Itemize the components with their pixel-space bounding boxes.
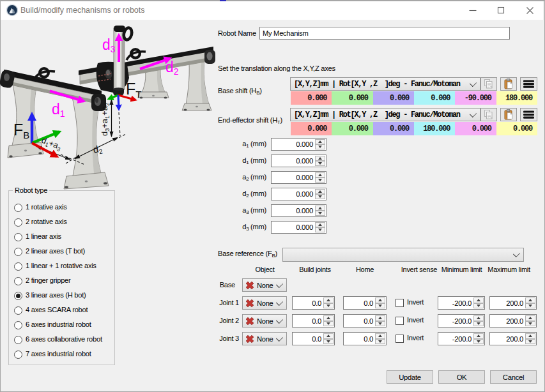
svg-text:d2: d2 [92, 142, 104, 156]
svg-text:d3+a1+a2: d3+a1+a2 [100, 103, 111, 136]
svg-text:FT: FT [126, 80, 141, 100]
svg-text:d1: d1 [52, 101, 65, 119]
